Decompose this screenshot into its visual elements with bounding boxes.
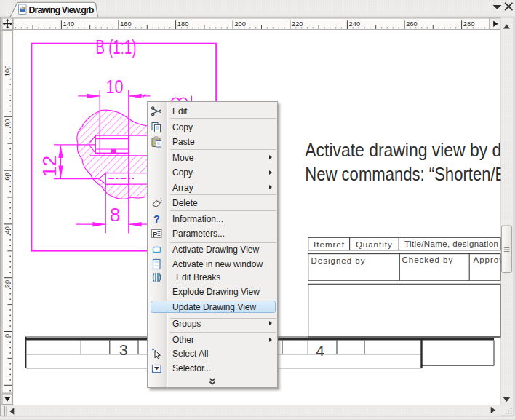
svg-text:260: 260	[406, 20, 418, 28]
svg-text:160: 160	[120, 20, 132, 28]
svg-text:80: 80	[4, 119, 11, 127]
svg-text:180: 180	[177, 20, 189, 28]
svg-text:Checked by: Checked by	[402, 255, 454, 264]
svg-text:140: 140	[63, 20, 75, 28]
svg-text:40: 40	[4, 226, 11, 234]
svg-text:100: 100	[4, 66, 11, 77]
svg-text:Itemref: Itemref	[314, 240, 345, 249]
svg-text:Drawing View.grb: Drawing View.grb	[29, 5, 95, 15]
svg-text:Activate drawing view by d: Activate drawing view by d	[305, 140, 501, 160]
svg-text:P: P	[153, 229, 158, 237]
svg-text:280: 280	[463, 20, 475, 28]
svg-text:Title/Name, designation: Title/Name, designation	[404, 239, 499, 248]
svg-text:20: 20	[4, 280, 11, 288]
svg-text:8: 8	[110, 204, 121, 226]
svg-text:10: 10	[106, 76, 124, 98]
svg-text:New commands: “Shorten/E: New commands: “Shorten/E	[305, 164, 506, 184]
svg-text:Quantity: Quantity	[356, 240, 393, 249]
svg-text:?: ?	[153, 213, 160, 225]
svg-text:0: 0	[4, 334, 11, 338]
svg-text:Designed by: Designed by	[311, 256, 366, 265]
svg-text:220: 220	[292, 20, 303, 28]
svg-text:12: 12	[39, 156, 60, 177]
svg-text:200: 200	[234, 20, 246, 28]
svg-text:B (1:1): B (1:1)	[96, 36, 137, 58]
svg-text:240: 240	[349, 20, 361, 28]
svg-text:3: 3	[119, 341, 128, 358]
svg-text:60: 60	[4, 173, 11, 180]
svg-text:4: 4	[316, 342, 324, 359]
